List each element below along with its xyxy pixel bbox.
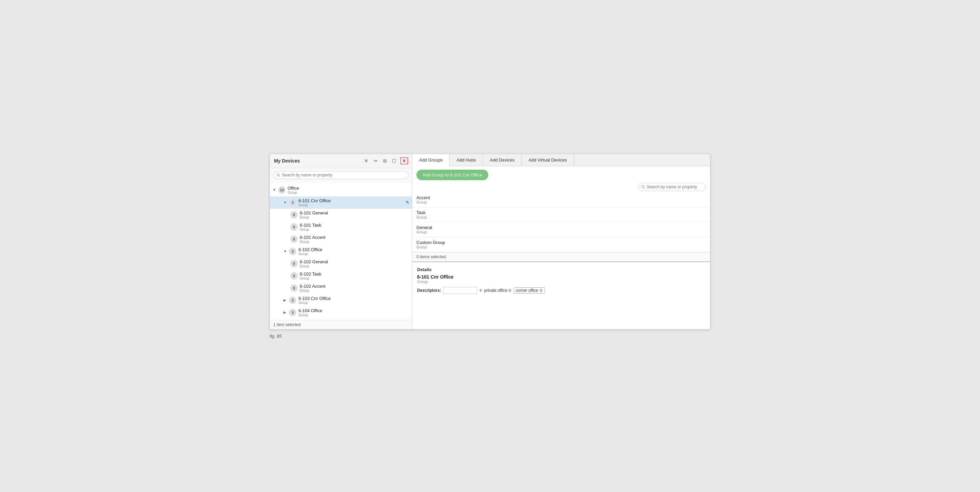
group-item-task[interactable]: Task Group xyxy=(412,207,710,222)
arrow-6101-cnr: ▼ xyxy=(283,201,287,204)
label-6101-general: 6-101 General Group xyxy=(300,210,328,219)
tabs-bar: Add Groups Add Hubs Add Devices Add Virt… xyxy=(412,154,710,166)
root-count: 13 xyxy=(278,186,286,194)
descriptor-tag-corner: corner office ⊗ xyxy=(514,288,545,294)
name-6104-office: 6-104 Office xyxy=(298,308,323,313)
left-header: My Devices ✕ ✂ ⧉ ☐ ✕ xyxy=(270,154,412,168)
details-heading: Details xyxy=(417,267,705,272)
tree-item-6102-accent[interactable]: 0 6-102 Accent Group xyxy=(270,282,412,294)
count-6101-task: 0 xyxy=(290,223,298,231)
left-footer: 1 item selected xyxy=(270,320,412,329)
tree-item-6101-cnr[interactable]: ▼ 3 6-101 Cnr Office Group ✎ xyxy=(270,196,412,209)
group-item-custom[interactable]: Custom Group Group xyxy=(412,237,710,252)
left-search-input[interactable] xyxy=(273,171,409,179)
arrow-6104-office: ▶ xyxy=(283,310,287,314)
tab-add-virtual[interactable]: Add Virtual Devices xyxy=(522,154,574,166)
root-arrow: ▼ xyxy=(273,188,276,192)
label-6102-general: 6-102 General Group xyxy=(300,259,328,268)
group-type-accent: Group xyxy=(417,200,706,204)
left-search-bar xyxy=(270,168,412,182)
group-item-general[interactable]: General Group xyxy=(412,222,710,237)
tree-root[interactable]: ▼ 13 Office Group xyxy=(270,184,412,196)
type-6102-office: Group xyxy=(298,252,323,256)
tree-area: ▼ 13 Office Group ▼ 3 6-101 Cnr Office G… xyxy=(270,182,412,320)
label-6102-task: 6-102 Task Group xyxy=(300,272,321,280)
type-6102-accent: Group xyxy=(300,289,326,292)
type-6101-cnr: Group xyxy=(298,203,331,207)
name-6102-general: 6-102 General xyxy=(300,259,328,264)
count-6101-accent: 0 xyxy=(290,235,298,243)
delete-icon[interactable]: ✕ xyxy=(401,157,408,164)
count-6103-cnr: 3 xyxy=(289,297,296,304)
label-6102-office: 6-102 Office Group xyxy=(298,247,323,256)
add-icon[interactable]: ☐ xyxy=(391,157,398,164)
root-label: Office Group xyxy=(288,185,299,195)
group-item-accent[interactable]: Accent Group xyxy=(412,192,710,207)
add-group-button[interactable]: Add Group to 6-101 Cnr Office xyxy=(417,170,488,180)
count-6102-task: 0 xyxy=(290,272,298,280)
details-panel: Details 6-101 Cnr Office Group Descripto… xyxy=(412,262,710,329)
remove-corner-office-icon[interactable]: ⊗ xyxy=(539,288,543,292)
type-6101-accent: Group xyxy=(300,240,326,244)
descriptors-label: Descriptors: xyxy=(417,288,441,293)
tree-item-6102-office[interactable]: ▼ 3 6-102 Office Group xyxy=(270,245,412,257)
type-6103-cnr: Group xyxy=(298,301,331,305)
tree-item-6101-general[interactable]: 0 6-101 General Group xyxy=(270,209,412,221)
right-search-input[interactable] xyxy=(638,183,706,191)
type-6104-office: Group xyxy=(298,313,323,317)
group-name-task: Task xyxy=(417,210,706,215)
tab-add-groups[interactable]: Add Groups xyxy=(412,154,450,166)
type-6101-task: Group xyxy=(300,228,321,232)
edit-icon-6101-cnr[interactable]: ✎ xyxy=(406,200,409,205)
remove-private-office-icon[interactable]: ⊗ xyxy=(508,288,512,292)
group-type-custom: Group xyxy=(417,245,706,249)
descriptor-input[interactable] xyxy=(443,287,477,294)
name-6101-cnr: 6-101 Cnr Office xyxy=(298,198,331,203)
descriptors-row: Descriptors: + private office ⊗ corner o… xyxy=(417,287,705,294)
right-search-area xyxy=(417,183,706,191)
root-type: Group xyxy=(288,191,299,195)
name-6102-task: 6-102 Task xyxy=(300,272,321,276)
tab-add-devices[interactable]: Add Devices xyxy=(483,154,522,166)
count-6104-office: 3 xyxy=(289,309,296,316)
items-selected: 0 items selected xyxy=(412,252,710,261)
add-descriptor-button[interactable]: + xyxy=(479,288,482,293)
group-type-task: Group xyxy=(417,215,706,219)
root-name: Office xyxy=(288,185,299,191)
copy-icon[interactable]: ⧉ xyxy=(382,157,388,165)
count-6102-general: 0 xyxy=(290,260,298,267)
count-6101-cnr: 3 xyxy=(289,199,296,206)
close-icon[interactable]: ✕ xyxy=(363,157,370,164)
tree-item-6104-office[interactable]: ▶ 3 6-104 Office Group xyxy=(270,307,412,319)
count-6101-general: 0 xyxy=(290,211,298,219)
tree-item-6101-task[interactable]: 0 6-101 Task Group xyxy=(270,221,412,233)
label-6103-cnr: 6-103 Cnr Office Group xyxy=(298,296,331,305)
panel-title: My Devices xyxy=(274,158,300,163)
tab-add-hubs[interactable]: Add Hubs xyxy=(450,154,483,166)
name-6103-cnr: 6-103 Cnr Office xyxy=(298,296,331,301)
tree-item-6103-cnr[interactable]: ▶ 3 6-103 Cnr Office Group xyxy=(270,294,412,307)
details-item-type: Group xyxy=(417,280,705,284)
tree-item-6102-general[interactable]: 0 6-102 General Group xyxy=(270,257,412,270)
groups-list: Accent Group Task Group General Group Cu… xyxy=(412,192,710,252)
arrow-6103-cnr: ▶ xyxy=(283,298,287,302)
group-name-general: General xyxy=(417,225,706,230)
count-6102-accent: 0 xyxy=(290,284,298,292)
name-6102-accent: 6-102 Accent xyxy=(300,284,326,289)
group-name-accent: Accent xyxy=(417,195,706,200)
label-6101-task: 6-101 Task Group xyxy=(300,223,321,232)
left-panel: My Devices ✕ ✂ ⧉ ☐ ✕ ▼ 13 Office xyxy=(270,154,412,329)
toolbar: ✕ ✂ ⧉ ☐ ✕ xyxy=(363,157,408,165)
tree-item-6101-accent[interactable]: 0 6-101 Accent Group xyxy=(270,233,412,245)
name-6102-office: 6-102 Office xyxy=(298,247,323,252)
selection-count: 1 item selected xyxy=(273,322,301,327)
descriptor-tag-private: private office ⊗ xyxy=(484,288,512,293)
fig-label: fig. 85 xyxy=(270,334,710,339)
tree-item-6102-task[interactable]: 0 6-102 Task Group xyxy=(270,270,412,282)
group-name-custom: Custom Group xyxy=(417,240,706,245)
count-6102-office: 3 xyxy=(289,248,296,255)
right-upper-area: Add Group to 6-101 Cnr Office Accent Gro… xyxy=(412,166,710,262)
type-6102-general: Group xyxy=(300,264,328,268)
arrow-6102-office: ▼ xyxy=(283,249,287,253)
cut-icon[interactable]: ✂ xyxy=(372,157,379,164)
